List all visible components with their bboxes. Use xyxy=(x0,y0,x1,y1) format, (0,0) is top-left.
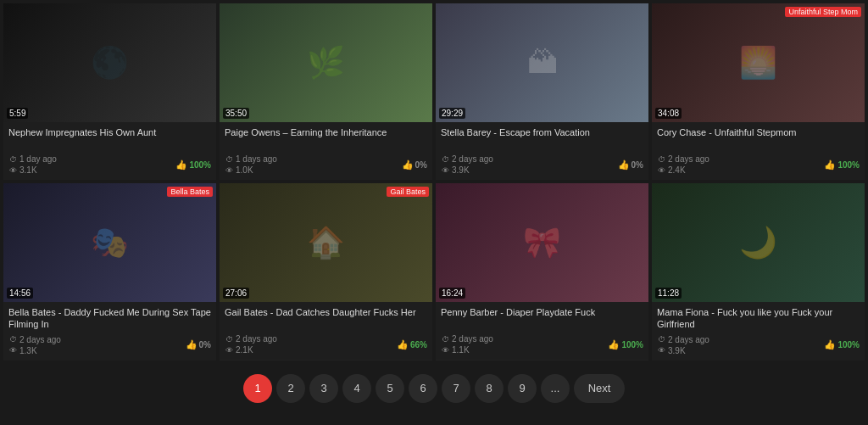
card-info: Stella Barey - Escape from Vacation ⏱ 2 … xyxy=(436,122,648,180)
video-card[interactable]: 🎭 14:56 Bella Bates Bella Bates - Daddy … xyxy=(3,183,216,361)
age-text: 2 days ago xyxy=(19,335,61,344)
meta-views: 👁 1.1K xyxy=(441,345,493,355)
like-badge: 👍 0% xyxy=(186,339,211,350)
video-card[interactable]: 🏔 29:29 Stella Barey - Escape from Vacat… xyxy=(436,3,648,180)
video-card[interactable]: 🌿 35:50 Paige Owens – Earning the Inheri… xyxy=(220,3,432,180)
view-count: 1.1K xyxy=(452,345,470,355)
video-grid: 🌑 5:59 Nephew Impregnates His Own Aunt ⏱… xyxy=(0,0,868,364)
view-count: 1.0K xyxy=(236,165,253,175)
video-title: Gail Bates - Dad Catches Daughter Fucks … xyxy=(225,306,427,330)
video-title: Penny Barber - Diaper Playdate Fuck xyxy=(441,306,643,330)
clock-icon: ⏱ xyxy=(8,335,17,344)
duration: 29:29 xyxy=(439,108,465,119)
video-card[interactable]: 🌙 11:28 Mama Fiona - Fuck you like you F… xyxy=(652,183,865,361)
card-meta: ⏱ 2 days ago 👁 3.9K 👍 100% xyxy=(657,335,860,355)
thumbnail[interactable]: 🏠 27:06 Gail Bates xyxy=(220,183,432,302)
thumbnail[interactable]: 🌑 5:59 xyxy=(3,3,216,122)
clock-icon: ⏱ xyxy=(657,155,665,164)
video-card[interactable]: 🏠 27:06 Gail Bates Gail Bates - Dad Catc… xyxy=(220,183,432,361)
meta-time: ⏱ 2 days ago xyxy=(441,154,493,164)
thumbs-up-icon: 👍 xyxy=(175,159,187,171)
meta-left: ⏱ 2 days ago 👁 1.3K xyxy=(8,335,61,355)
pagination: 123456789...Next xyxy=(0,364,868,411)
like-percent: 100% xyxy=(837,340,860,350)
page-btn-8[interactable]: 8 xyxy=(475,374,504,403)
meta-left: ⏱ 1 days ago 👁 1.0K xyxy=(225,154,277,175)
video-card[interactable]: 🌅 34:08 Unfaithful Step Mom Cory Chase -… xyxy=(652,3,865,180)
view-count: 3.9K xyxy=(452,165,470,175)
view-count: 2.4K xyxy=(668,165,686,175)
clock-icon: ⏱ xyxy=(441,335,449,344)
meta-time: ⏱ 2 days ago xyxy=(441,334,493,344)
like-badge: 👍 100% xyxy=(824,159,860,171)
meta-left: ⏱ 2 days ago 👁 3.9K xyxy=(657,335,709,355)
clock-icon: ⏱ xyxy=(225,155,233,164)
meta-left: ⏱ 2 days ago 👁 2.1K xyxy=(225,334,277,355)
meta-views: 👁 2.1K xyxy=(225,345,277,355)
age-text: 2 days ago xyxy=(452,334,493,344)
eye-icon: 👁 xyxy=(657,166,665,175)
video-title: Cory Chase - Unfaithful Stepmom xyxy=(657,126,860,150)
clock-icon: ⏱ xyxy=(225,335,233,344)
card-meta: ⏱ 1 day ago 👁 3.1K 👍 100% xyxy=(8,154,211,175)
meta-time: ⏱ 1 days ago xyxy=(225,154,277,164)
card-meta: ⏱ 1 days ago 👁 1.0K 👍 0% xyxy=(225,154,427,175)
page-btn-4[interactable]: 4 xyxy=(342,374,371,403)
page-btn-5[interactable]: 5 xyxy=(376,374,404,403)
card-info: Gail Bates - Dad Catches Daughter Fucks … xyxy=(220,302,432,360)
like-percent: 100% xyxy=(621,340,643,350)
video-title: Bella Bates - Daddy Fucked Me During Sex… xyxy=(8,306,211,331)
thumbs-up-icon: 👍 xyxy=(397,339,409,350)
card-meta: ⏱ 2 days ago 👁 1.3K 👍 0% xyxy=(8,335,211,355)
card-meta: ⏱ 2 days ago 👁 2.4K 👍 100% xyxy=(657,154,860,175)
page-btn-1[interactable]: 1 xyxy=(243,374,272,403)
card-info: Bella Bates - Daddy Fucked Me During Sex… xyxy=(3,302,216,361)
thumbnail[interactable]: 🌅 34:08 Unfaithful Step Mom xyxy=(652,3,865,122)
site-badge: Bella Bates xyxy=(167,187,213,197)
meta-time: ⏱ 2 days ago xyxy=(657,154,709,164)
thumbs-up-icon: 👍 xyxy=(618,159,630,171)
duration: 34:08 xyxy=(655,108,682,119)
video-card[interactable]: 🎀 16:24 Penny Barber - Diaper Playdate F… xyxy=(436,183,648,361)
duration: 16:24 xyxy=(439,288,465,299)
meta-left: ⏱ 1 day ago 👁 3.1K xyxy=(8,154,57,175)
duration: 14:56 xyxy=(7,288,33,299)
page-btn-9[interactable]: 9 xyxy=(508,374,537,403)
clock-icon: ⏱ xyxy=(8,155,17,164)
thumbnail[interactable]: 🌙 11:28 xyxy=(652,183,865,302)
thumbnail[interactable]: 🌿 35:50 xyxy=(220,3,432,122)
like-badge: 👍 66% xyxy=(397,339,427,350)
page-btn-7[interactable]: 7 xyxy=(442,374,470,403)
meta-views: 👁 3.9K xyxy=(441,165,493,175)
like-badge: 👍 100% xyxy=(824,339,860,350)
page-btn-3[interactable]: 3 xyxy=(309,374,338,403)
next-page-button[interactable]: Next xyxy=(574,374,625,403)
video-title: Nephew Impregnates His Own Aunt xyxy=(8,126,211,150)
site-badge: Gail Bates xyxy=(387,187,429,197)
like-percent: 0% xyxy=(415,160,427,170)
pagination-ellipsis[interactable]: ... xyxy=(541,374,570,403)
eye-icon: 👁 xyxy=(441,166,449,175)
like-percent: 0% xyxy=(632,160,643,170)
thumbnail[interactable]: 🎭 14:56 Bella Bates xyxy=(3,183,216,302)
card-info: Paige Owens – Earning the Inheritance ⏱ … xyxy=(220,122,432,180)
like-badge: 👍 0% xyxy=(402,159,427,171)
view-count: 2.1K xyxy=(236,345,253,355)
meta-time: ⏱ 2 days ago xyxy=(8,335,61,344)
clock-icon: ⏱ xyxy=(441,155,449,164)
thumbnail[interactable]: 🎀 16:24 xyxy=(436,183,648,302)
page-btn-6[interactable]: 6 xyxy=(409,374,437,403)
thumbnail[interactable]: 🏔 29:29 xyxy=(436,3,648,122)
meta-views: 👁 1.3K xyxy=(8,346,61,355)
age-text: 2 days ago xyxy=(236,334,277,344)
meta-views: 👁 3.1K xyxy=(8,165,57,175)
page-btn-2[interactable]: 2 xyxy=(276,374,305,403)
duration: 35:50 xyxy=(223,108,249,119)
like-percent: 100% xyxy=(837,160,860,170)
video-card[interactable]: 🌑 5:59 Nephew Impregnates His Own Aunt ⏱… xyxy=(3,3,216,180)
card-info: Cory Chase - Unfaithful Stepmom ⏱ 2 days… xyxy=(652,122,865,180)
age-text: 1 day ago xyxy=(19,154,57,164)
card-info: Nephew Impregnates His Own Aunt ⏱ 1 day … xyxy=(3,122,216,180)
like-percent: 66% xyxy=(410,340,427,350)
meta-time: ⏱ 2 days ago xyxy=(657,335,709,344)
